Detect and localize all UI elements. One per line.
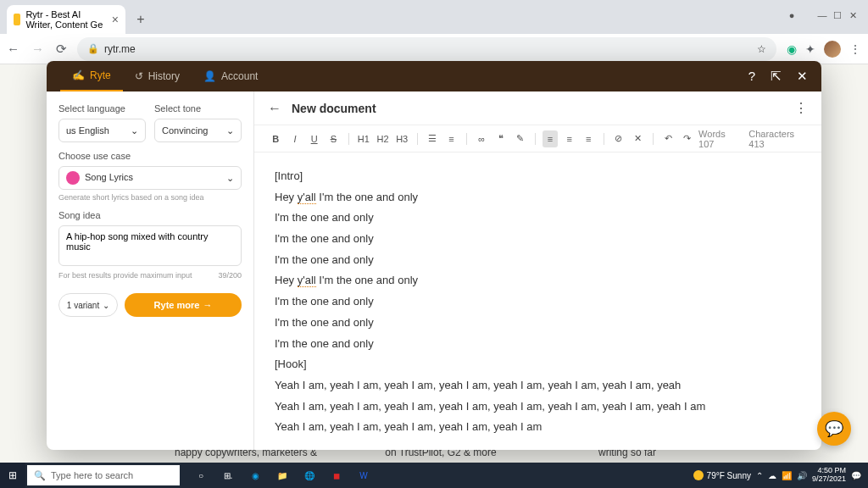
favicon-icon — [14, 14, 20, 25]
new-tab-button[interactable]: + — [129, 8, 153, 31]
h1-button[interactable]: H1 — [356, 130, 372, 147]
reload-icon[interactable]: ⟳ — [56, 42, 67, 57]
external-icon[interactable]: ⇱ — [771, 69, 782, 84]
nav-account[interactable]: 👤 Account — [192, 61, 270, 92]
chevron-down-icon: ⌄ — [226, 125, 234, 136]
explorer-icon[interactable]: 📁 — [270, 463, 295, 488]
app-modal: ✍ Ryte ↺ History 👤 Account ? ⇱ ✕ Select … — [47, 61, 821, 450]
nav-history[interactable]: ↺ History — [123, 61, 192, 92]
align-left-icon[interactable]: ≡ — [542, 130, 559, 147]
taskview-icon[interactable]: ⊞. — [215, 463, 241, 488]
notifications-icon[interactable]: 💬 — [851, 471, 861, 480]
cortana-icon[interactable]: ○ — [188, 463, 214, 488]
list-ol-icon[interactable]: ≡ — [443, 130, 459, 147]
link-icon[interactable]: ∞ — [474, 130, 490, 147]
forward-icon[interactable]: → — [31, 42, 44, 57]
chevron-down-icon: ⌄ — [103, 301, 109, 310]
clear-icon[interactable]: ⊘ — [611, 130, 627, 147]
tab-close-icon[interactable]: × — [112, 13, 119, 26]
maximize-icon[interactable]: ☐ — [832, 10, 843, 20]
taskbar: ⊞ 🔍 Type here to search ○ ⊞. ◉ 📁 🌐 ◼ W 7… — [0, 463, 868, 488]
expand-icon[interactable]: ✕ — [630, 130, 646, 147]
arrow-right-icon: → — [203, 300, 212, 310]
content-line: I'm the one and only — [275, 291, 801, 313]
star-icon[interactable]: ☆ — [757, 43, 766, 55]
tray-wifi-icon[interactable]: 📶 — [782, 471, 792, 480]
music-icon — [66, 171, 80, 185]
address-bar[interactable]: 🔒 rytr.me ☆ — [77, 37, 776, 61]
close-icon[interactable]: — — [817, 10, 827, 20]
sun-icon — [693, 470, 704, 480]
taskbar-search[interactable]: 🔍 Type here to search — [27, 465, 180, 485]
undo-icon[interactable]: ↶ — [660, 130, 676, 147]
editor-content[interactable]: [Intro]Hey y'all I'm the one and onlyI'm… — [254, 152, 821, 450]
tone-select[interactable]: Convincing ⌄ — [154, 119, 242, 142]
italic-button[interactable]: I — [287, 130, 303, 147]
search-icon: 🔍 — [34, 470, 46, 481]
sidebar: Select language us English ⌄ Select tone… — [47, 92, 254, 450]
h2-button[interactable]: H2 — [375, 130, 391, 147]
variant-select[interactable]: 1 variant ⌄ — [58, 293, 118, 317]
tray-cloud-icon[interactable]: ☁ — [768, 471, 776, 480]
editor: ← New document ⋮ B I U S H1 H2 H3 ☰ ≡ ∞ … — [254, 92, 821, 450]
usecase-select[interactable]: Song Lyrics ⌄ — [58, 166, 242, 190]
strike-button[interactable]: S — [326, 130, 342, 147]
content-line: I'm the one and only — [275, 334, 801, 355]
tray-sound-icon[interactable]: 🔊 — [797, 471, 807, 480]
tray-chevron-icon[interactable]: ⌃ — [756, 471, 763, 480]
help-icon[interactable]: ? — [748, 69, 755, 84]
nav-ryte[interactable]: ✍ Ryte — [60, 61, 123, 92]
close-window-icon[interactable]: ✕ — [848, 10, 858, 20]
start-button[interactable]: ⊞ — [0, 463, 25, 488]
weather-widget[interactable]: 79°F Sunny — [693, 470, 751, 480]
tone-label: Select tone — [154, 103, 242, 114]
profile-avatar[interactable] — [824, 41, 841, 58]
content-line: Yeah I am, yeah I am, yeah I am, yeah I … — [275, 396, 801, 418]
clock[interactable]: 4:50 PM 9/27/2021 — [812, 467, 846, 484]
redo-icon[interactable]: ↷ — [679, 130, 695, 147]
idea-label: Song idea — [58, 210, 242, 220]
content-line: Yeah I am, yeah I am, yeah I am, yeah I … — [275, 375, 801, 396]
modal-nav: ✍ Ryte ↺ History 👤 Account ? ⇱ ✕ — [47, 61, 821, 92]
minimize-icon[interactable]: ● — [787, 10, 797, 20]
close-modal-icon[interactable]: ✕ — [797, 69, 808, 84]
usecase-note: Generate short lyrics based on a song id… — [58, 193, 242, 202]
chrome-icon[interactable]: 🌐 — [297, 463, 322, 488]
editor-toolbar: B I U S H1 H2 H3 ☰ ≡ ∞ ❝ ✎ ≡ ≡ ≡ ⊘ — [254, 125, 821, 152]
user-icon: 👤 — [203, 70, 216, 82]
url-text: rytr.me — [104, 43, 136, 55]
align-center-icon[interactable]: ≡ — [561, 130, 577, 147]
language-select[interactable]: us English ⌄ — [58, 119, 146, 142]
browser-tab[interactable]: Rytr - Best AI Writer, Content Ge × — [7, 5, 125, 34]
bold-button[interactable]: B — [268, 130, 284, 147]
document-title[interactable]: New document — [292, 102, 376, 115]
idea-textarea[interactable] — [58, 225, 242, 266]
chevron-down-icon: ⌄ — [131, 125, 138, 136]
menu-icon[interactable]: ⋮ — [849, 42, 861, 56]
list-ul-icon[interactable]: ☰ — [424, 130, 440, 147]
highlight-icon[interactable]: ✎ — [512, 130, 528, 147]
content-line: [Hook] — [275, 354, 801, 375]
quote-icon[interactable]: ❝ — [492, 130, 509, 147]
content-line: Hey y'all I'm the one and only — [275, 270, 801, 291]
extensions-icon[interactable]: ✦ — [805, 42, 815, 56]
back-arrow-icon[interactable]: ← — [268, 101, 281, 116]
underline-button[interactable]: U — [306, 130, 322, 147]
content-line: I'm the one and only — [275, 250, 801, 271]
edge-icon[interactable]: ◉ — [242, 463, 268, 488]
usecase-label: Choose use case — [58, 151, 242, 161]
document-menu-icon[interactable]: ⋮ — [794, 100, 808, 116]
ryte-more-button[interactable]: Ryte more → — [125, 293, 242, 317]
content-line: I'm the one and only — [275, 208, 801, 229]
extension-icon[interactable]: ◉ — [787, 42, 797, 56]
content-line: [Intro] — [275, 166, 801, 187]
back-icon[interactable]: ← — [7, 42, 19, 57]
h3-button[interactable]: H3 — [394, 130, 410, 147]
idea-hint: For best results provide maximum input — [58, 271, 192, 280]
align-right-icon[interactable]: ≡ — [581, 130, 597, 147]
tab-title: Rytr - Best AI Writer, Content Ge — [25, 9, 106, 30]
office-icon[interactable]: ◼ — [324, 463, 349, 488]
content-line: I'm the one and only — [275, 313, 801, 334]
chat-bubble-icon[interactable]: 💬 — [817, 412, 851, 446]
word-icon[interactable]: W — [351, 463, 376, 488]
